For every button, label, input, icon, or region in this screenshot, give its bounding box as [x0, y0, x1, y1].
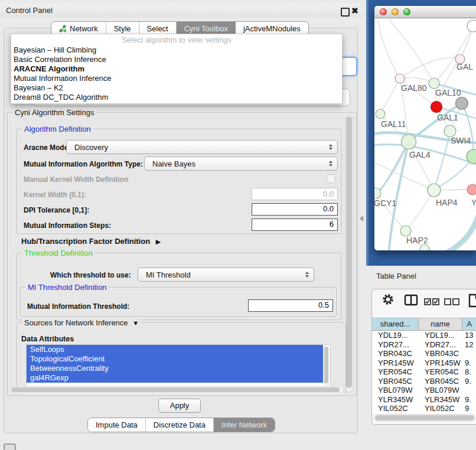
table-row[interactable]: YDL19...YDL19...13: [372, 331, 476, 340]
network-node-label: GAL80: [401, 83, 427, 93]
minimized-panel-icon[interactable]: [4, 444, 16, 450]
network-node[interactable]: [420, 244, 429, 250]
table-cell: YBR043C: [419, 349, 462, 358]
splitter-collapse-icon[interactable]: [360, 216, 363, 221]
algorithm-option[interactable]: Dream8 DC_TDC Algorithm: [11, 93, 342, 102]
data-attributes-list[interactable]: SelfLoopsTopologicalCoefficientBetweenne…: [26, 344, 331, 387]
table-cell: YLR345W: [372, 395, 419, 405]
network-node[interactable]: [467, 20, 476, 32]
network-node[interactable]: [376, 109, 385, 119]
table-row[interactable]: YIL052CYIL052C9: [372, 404, 476, 413]
data-attributes-label: Data Attributes: [21, 335, 74, 343]
settings-hscroll-thumb[interactable]: [11, 387, 340, 392]
cyni-settings-group-title: Cyni Algorithm Settings: [12, 108, 96, 117]
attributes-scroll-thumb[interactable]: [324, 347, 328, 383]
network-node[interactable]: [431, 102, 442, 113]
mi-threshold-definition-title: MI Threshold Definition: [25, 283, 109, 292]
collapsed-arrow-icon[interactable]: ▶: [156, 238, 161, 245]
table-cell: YDR27...: [419, 340, 462, 350]
data-attribute-item[interactable]: SelfLoops: [27, 345, 323, 354]
inference-algorithm-combobox-fragment[interactable]: [340, 57, 357, 76]
zoom-window-icon[interactable]: [403, 8, 410, 15]
network-canvas[interactable]: GALGAL80GAL10GAL1GAL11SWI4GAL4GCY1HAP4YH…: [374, 19, 476, 250]
algorithm-option[interactable]: Bayesian – Hill Climbing: [11, 45, 342, 55]
mi-threshold-label: Mutual Information Threshold:: [27, 302, 129, 311]
select-all-columns-icon[interactable]: [424, 297, 439, 308]
aracne-mode-combobox[interactable]: Discovery: [66, 140, 338, 154]
network-node[interactable]: [467, 184, 476, 195]
algorithm-option-list: Bayesian – Hill ClimbingBasic Correlatio…: [11, 45, 342, 102]
table-row[interactable]: YPR145WYPR145W9.: [372, 358, 476, 368]
algorithm-option[interactable]: ARACNE Algorithm: [11, 64, 342, 74]
expanded-arrow-icon[interactable]: ▼: [132, 319, 139, 327]
tab-impute-data[interactable]: Impute Data: [88, 418, 146, 432]
dpi-tolerance-field[interactable]: 0.0: [252, 203, 338, 216]
hub-definition-section[interactable]: Hub/Transcription Factor Definition ▶: [21, 237, 161, 246]
manual-kernel-width-checkbox[interactable]: [327, 174, 335, 183]
settings-vscroll-thumb[interactable]: [346, 116, 352, 388]
kernel-width-field[interactable]: 0.0: [252, 188, 338, 200]
export-table-icon[interactable]: [468, 293, 476, 311]
network-node[interactable]: [402, 135, 416, 149]
table-hscroll-thumb[interactable]: [375, 415, 474, 420]
network-view-window[interactable]: GALGAL80GAL10GAL1GAL11SWI4GAL4GCY1HAP4YH…: [374, 6, 476, 250]
algorithm-option[interactable]: Bayesian – K2: [11, 83, 342, 93]
column-browser-icon[interactable]: [404, 294, 418, 308]
table-horizontal-scrollbar[interactable]: [373, 414, 475, 422]
network-node[interactable]: [444, 125, 456, 137]
table-row[interactable]: YBR045CYBR045C9.: [372, 377, 476, 386]
spinner-arrows-icon: [305, 272, 309, 278]
network-node[interactable]: [429, 78, 439, 89]
gear-icon[interactable]: [382, 293, 395, 308]
settings-horizontal-scrollbar[interactable]: [9, 386, 344, 393]
mi-steps-field[interactable]: 6: [252, 219, 338, 231]
screen: Control Panel ✖ Network Style Select Cyn…: [0, 0, 476, 450]
data-attribute-item[interactable]: TopologicalCoefficient: [27, 354, 323, 364]
tab-discretize-data[interactable]: Discretize Data: [146, 418, 214, 432]
data-attribute-item[interactable]: BetweennessCentrality: [27, 364, 323, 373]
table-row[interactable]: YLR345WYLR345W9.: [372, 395, 476, 405]
table-cell: YDR27...: [372, 340, 419, 350]
algorithm-definition-title: Algorithm Definition: [22, 125, 93, 133]
table-cell: YBL079W: [419, 386, 462, 395]
table-cell: YLR345W: [419, 395, 462, 405]
close-panel-button[interactable]: ✖: [351, 4, 358, 18]
table-cell: 9.: [462, 358, 476, 368]
network-node[interactable]: [400, 226, 411, 236]
minimize-window-icon[interactable]: [392, 8, 399, 15]
algorithm-option[interactable]: Basic Correlation Inference: [11, 55, 342, 64]
mi-algorithm-type-value: Naive Bayes: [152, 159, 195, 168]
network-window-titlebar[interactable]: [374, 6, 476, 18]
settings-vertical-scrollbar[interactable]: [345, 115, 353, 392]
spinner-arrows-icon: [329, 161, 332, 167]
network-node[interactable]: [395, 74, 405, 83]
table-panel-title: Table Panel: [376, 270, 416, 282]
table-column-header[interactable]: shared...: [372, 318, 419, 330]
kernel-width-label: Kernel Width (0,1):: [24, 191, 86, 199]
apply-button[interactable]: Apply: [158, 399, 201, 413]
table-cell: YPR145W: [419, 358, 462, 368]
network-node-label: Y: [471, 198, 476, 207]
table-row[interactable]: YBR043CYBR043C: [372, 349, 476, 358]
table-row[interactable]: YDR27...YDR27...12: [372, 340, 476, 350]
table-panel: shared...nameA YDL19...YDL19...13YDR27..…: [371, 289, 476, 425]
attributes-scrollbar[interactable]: [323, 345, 330, 386]
close-window-icon[interactable]: [380, 8, 387, 15]
table-column-header[interactable]: name: [419, 318, 462, 330]
network-node-label: GAL11: [381, 119, 406, 129]
which-threshold-combobox[interactable]: MI Threshold: [138, 268, 314, 282]
table-cell: YDL19...: [419, 331, 462, 340]
tab-infer-network[interactable]: Infer Network: [214, 418, 275, 432]
data-attribute-item[interactable]: gal4RGexp: [27, 373, 323, 383]
table-column-header[interactable]: A: [462, 318, 476, 330]
deselect-all-columns-icon[interactable]: [444, 297, 459, 308]
mi-algorithm-type-combobox[interactable]: Naive Bayes: [144, 156, 338, 171]
dpi-tolerance-label: DPI Tolerance [0,1]:: [24, 206, 89, 214]
table-row[interactable]: YBL079WYBL079W: [372, 386, 476, 395]
network-node[interactable]: [456, 97, 468, 110]
mi-threshold-field[interactable]: 0.5: [248, 299, 333, 312]
network-node[interactable]: [428, 184, 441, 197]
float-window-button[interactable]: [341, 8, 350, 17]
algorithm-option[interactable]: Mutual Information Inference: [11, 74, 342, 83]
table-row[interactable]: YER054CYER054C8.: [372, 367, 476, 377]
